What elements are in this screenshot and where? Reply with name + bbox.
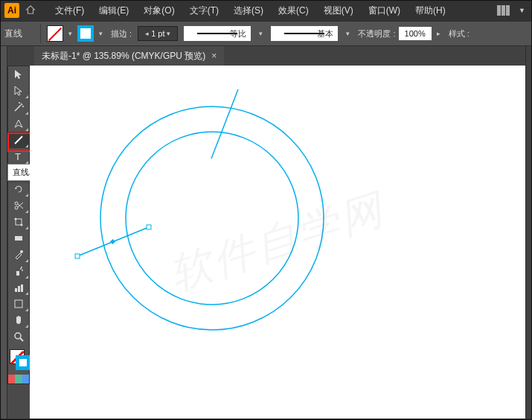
stroke-weight-field[interactable]: ◂ 1 pt ▾ (138, 26, 178, 41)
svg-rect-14 (18, 286, 20, 292)
svg-rect-16 (15, 300, 22, 308)
chevron-down-icon[interactable]: ▼ (516, 7, 528, 14)
svg-line-21 (211, 89, 238, 159)
eyedropper-tool[interactable] (8, 246, 29, 263)
artwork (30, 66, 525, 420)
svg-rect-24 (147, 225, 151, 229)
svg-point-19 (100, 106, 324, 330)
menubar: Ai 文件(F) 编辑(E) 对象(O) 文字(T) 选择(S) 效果(C) 视… (0, 0, 532, 21)
menu-type[interactable]: 文字(T) (182, 4, 226, 17)
svg-point-11 (22, 270, 23, 271)
line-segment-tool[interactable] (8, 132, 29, 148)
symbol-sprayer-tool[interactable] (8, 263, 29, 279)
chevron-right-icon[interactable]: ▸ (435, 30, 443, 37)
menu-effect[interactable]: 效果(C) (271, 4, 316, 17)
document-tabbar: 未标题-1* @ 135.89% (CMYK/GPU 预览) × (0, 46, 532, 66)
svg-rect-23 (75, 254, 80, 258)
gradient-tool[interactable] (8, 230, 29, 246)
stroke-swatch[interactable] (77, 25, 94, 42)
svg-point-6 (21, 224, 23, 226)
workspace-icon[interactable] (497, 5, 510, 16)
close-icon[interactable]: × (211, 51, 217, 61)
hand-tool[interactable] (8, 312, 29, 328)
width-profile-dropdown[interactable]: 等比 (184, 26, 251, 41)
opacity-field[interactable]: 100% (399, 27, 432, 40)
pen-tool[interactable] (8, 115, 29, 132)
fill-stroke-control[interactable] (8, 348, 29, 375)
right-panel-edge[interactable] (525, 46, 532, 420)
chevron-down-icon[interactable]: ▾ (97, 30, 105, 37)
menu-help[interactable]: 帮助(H) (408, 4, 453, 17)
opacity-label: 不透明度 : (358, 28, 395, 39)
free-transform-tool[interactable] (8, 214, 29, 230)
type-tool[interactable]: T (8, 148, 29, 165)
stroke-swatch-large[interactable] (16, 355, 31, 370)
left-rail (0, 46, 7, 420)
styles-label: 样式 : (449, 28, 469, 39)
tab-title: 未标题-1* @ 135.89% (CMYK/GPU 预览) (42, 50, 205, 63)
chevron-down-icon[interactable]: ▾ (66, 30, 74, 37)
menu-edit[interactable]: 编辑(E) (92, 4, 136, 17)
svg-point-17 (15, 333, 21, 339)
chevron-down-icon[interactable]: ▾ (344, 30, 352, 37)
fill-swatch[interactable] (47, 25, 63, 42)
zoom-tool[interactable] (8, 328, 29, 345)
color-mode-row[interactable] (8, 375, 29, 384)
menu-file[interactable]: 文件(F) (48, 4, 92, 17)
svg-line-0 (15, 136, 22, 144)
rotate-tool[interactable] (8, 181, 29, 197)
svg-point-10 (20, 268, 22, 270)
menu-window[interactable]: 窗口(W) (361, 4, 408, 17)
svg-point-3 (15, 206, 18, 209)
stroke-label: 描边 : (111, 28, 132, 39)
home-icon[interactable] (25, 4, 36, 17)
svg-point-8 (20, 250, 23, 253)
app-logo: Ai (4, 3, 19, 18)
control-bar: 直线 ▾ ▾ 描边 : ◂ 1 pt ▾ 等比 ▾ 基本 ▾ 不透明度 : 10… (0, 21, 532, 46)
direct-selection-tool[interactable] (8, 83, 29, 99)
column-graph-tool[interactable] (8, 279, 29, 296)
svg-point-2 (15, 202, 18, 205)
menu-object[interactable]: 对象(O) (136, 4, 182, 17)
brush-definition-dropdown[interactable]: 基本 (271, 26, 338, 41)
tools-panel: T (7, 66, 30, 384)
scissors-tool[interactable] (8, 197, 29, 214)
svg-point-5 (15, 218, 17, 220)
svg-point-12 (21, 267, 22, 268)
artboard-tool[interactable] (8, 296, 29, 312)
menu-view[interactable]: 视图(V) (316, 4, 361, 17)
svg-text:T: T (15, 151, 21, 162)
magic-wand-tool[interactable] (8, 99, 29, 115)
menu-select[interactable]: 选择(S) (226, 4, 271, 17)
svg-rect-9 (16, 271, 19, 276)
document-tab[interactable]: 未标题-1* @ 135.89% (CMYK/GPU 预览) × (34, 46, 224, 66)
canvas[interactable]: 软件自学网 (30, 66, 525, 420)
svg-rect-7 (15, 236, 22, 241)
svg-rect-13 (15, 288, 17, 292)
stroke-value: 1 pt (151, 29, 164, 38)
svg-rect-4 (16, 219, 22, 225)
svg-line-18 (20, 338, 23, 341)
svg-rect-15 (21, 284, 23, 292)
selection-tool[interactable] (8, 66, 29, 83)
svg-rect-25 (110, 239, 115, 244)
tool-label: 直线 (4, 28, 34, 40)
chevron-down-icon[interactable]: ▾ (257, 30, 265, 37)
